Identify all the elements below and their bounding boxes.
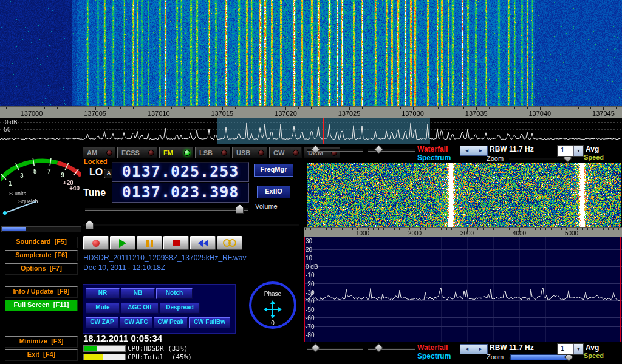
slider-thumb[interactable] [374, 343, 384, 353]
s-meter [1, 146, 81, 224]
exit-button[interactable]: Exit [F4] [5, 349, 78, 361]
cw-peak-button[interactable]: CW Peak [154, 317, 188, 328]
slider-thumb[interactable] [311, 145, 321, 155]
minimize-button[interactable]: Minimize [F3] [5, 336, 78, 348]
db-tick-label: 30 [306, 238, 312, 245]
zoom-scrollbar-bottom[interactable]: ◄ ► [460, 344, 488, 354]
waterfall-contrast-slider-top[interactable] [368, 146, 415, 153]
main-spectrum-display[interactable] [0, 118, 622, 144]
volume-slider[interactable] [85, 204, 248, 213]
speed-label-top: Speed [584, 153, 604, 161]
play-button[interactable] [110, 236, 135, 250]
tune-label: Tune [83, 187, 106, 198]
cpu-hdsdr-label: CPU:HDSDR (33%) [128, 345, 188, 352]
spectrum-tab-top[interactable]: Spectrum [417, 153, 451, 162]
speed-value-bottom: 1 [558, 344, 573, 354]
main-frequency-scale[interactable] [0, 106, 622, 118]
slider-thumb[interactable] [311, 343, 321, 353]
dropdown-arrow-icon[interactable]: ▼ [573, 146, 583, 156]
rf-waterfall-display[interactable] [307, 163, 621, 228]
scroll-left-icon[interactable]: ◄ [460, 146, 474, 155]
mode-am-label: AM [87, 149, 97, 157]
bandwidth-slider-thumb[interactable] [86, 220, 94, 229]
avg-label-bottom: Avg [586, 343, 599, 352]
db-tick-label: -20 [306, 281, 314, 288]
notch-button[interactable]: Notch [156, 288, 193, 299]
mode-lsb-led-icon [221, 150, 227, 156]
volume-slider-thumb[interactable] [236, 204, 244, 214]
recording-filename: HDSDR_20111210_120938Z_137025kHz_RF.wav [83, 254, 246, 262]
mode-fm-button[interactable]: FM [159, 147, 193, 158]
mode-usb-label: USB [236, 149, 250, 157]
extio-button[interactable]: ExtIO [257, 186, 290, 198]
scroll-right-icon[interactable]: ► [474, 345, 488, 354]
mode-selector: AM ECSS FM LSB USB CW DRM [83, 147, 340, 158]
rf-spectrum-display[interactable] [304, 237, 622, 342]
waterfall-tab-top[interactable]: Waterfall [417, 145, 448, 153]
playback-controls [83, 236, 242, 250]
fullscreen-button[interactable]: Full Screen [F11] [5, 300, 78, 311]
mode-usb-button[interactable]: USB [232, 147, 267, 158]
mode-fm-label: FM [163, 149, 173, 157]
info-update-button[interactable]: Info / Update [F9] [5, 286, 78, 298]
zoom-label-bottom: Zoom [487, 353, 504, 360]
mode-cw-button[interactable]: CW [269, 147, 302, 158]
db-tick-label: -40 [306, 298, 314, 305]
nb-button[interactable]: NB [121, 288, 155, 299]
scroll-left-icon[interactable]: ◄ [460, 345, 474, 354]
db-tick-label: -50 [306, 306, 314, 314]
datetime-display: 18.12.2011 0:05:34 [83, 333, 162, 343]
db-tick-label: 20 [306, 246, 312, 254]
cw-fullbw-button[interactable]: CW FullBw [189, 317, 230, 328]
rewind-button[interactable] [190, 236, 216, 250]
squelch-slider[interactable] [1, 226, 81, 232]
rf-frequency-scale[interactable] [304, 228, 622, 237]
waterfall-tab-bottom[interactable]: Waterfall [417, 343, 448, 352]
tune-frequency-display[interactable]: 0137.023.398 [112, 183, 249, 203]
avg-label-top: Avg [586, 145, 599, 153]
options-button[interactable]: Options [F7] [5, 263, 78, 275]
mode-ecss-label: ECSS [121, 149, 140, 157]
slider-thumb[interactable] [374, 145, 384, 155]
spectrum-tab-bottom[interactable]: Spectrum [417, 352, 451, 360]
mode-ecss-led-icon [148, 150, 154, 156]
freqmgr-button[interactable]: FreqMgr [254, 164, 293, 177]
recording-date: Dec 10, 2011 - 12:10:18Z [83, 263, 165, 272]
waterfall-contrast-slider-bottom[interactable] [368, 344, 415, 352]
mode-am-led-icon [106, 150, 112, 156]
waterfall-brightness-slider-top[interactable] [307, 146, 363, 153]
record-button[interactable] [83, 236, 109, 250]
waterfall-brightness-slider-bottom[interactable] [307, 344, 363, 352]
samplerate-button[interactable]: Samplerate [F6] [5, 250, 78, 261]
mode-am-button[interactable]: AM [83, 147, 115, 158]
nr-button[interactable]: NR [86, 288, 120, 299]
scroll-right-icon[interactable]: ► [474, 146, 488, 155]
loop-button[interactable] [217, 236, 242, 250]
lo-label: LO [89, 167, 103, 178]
mode-ecss-button[interactable]: ECSS [117, 147, 157, 158]
lo-frequency-display[interactable]: 0137.025.253 [112, 162, 249, 182]
agc-button[interactable]: AGC Off [121, 303, 159, 314]
db-tick-label: -70 [306, 323, 314, 331]
despread-button[interactable]: Despread [160, 303, 200, 314]
main-waterfall-display[interactable] [0, 0, 622, 106]
speed-select-top[interactable]: 1 ▼ [557, 145, 584, 157]
bandwidth-slider[interactable] [83, 220, 299, 229]
cw-afc-button[interactable]: CW AFC [120, 317, 152, 328]
main-db-bottom-label: -50 [2, 126, 10, 133]
speed-label-bottom: Speed [584, 352, 604, 359]
stop-icon [173, 240, 180, 246]
stop-button[interactable] [163, 236, 189, 250]
mode-lsb-button[interactable]: LSB [195, 147, 230, 158]
speed-select-bottom[interactable]: 1 ▼ [557, 343, 584, 355]
mute-button[interactable]: Mute [86, 303, 120, 314]
cpu-total-fill [84, 354, 103, 360]
zoom-scrollbar-top[interactable]: ◄ ► [460, 146, 488, 156]
zoom-label-top: Zoom [487, 155, 504, 162]
pause-button[interactable] [137, 236, 162, 250]
soundcard-button[interactable]: Soundcard [F5] [5, 237, 78, 248]
cw-zap-button[interactable]: CW ZAP [86, 317, 118, 328]
dropdown-arrow-icon[interactable]: ▼ [573, 344, 583, 354]
rf-db-scale: 3020100 dB-10-20-30-40-50-60-70-80 [306, 238, 324, 340]
db-tick-label: -80 [306, 332, 314, 339]
